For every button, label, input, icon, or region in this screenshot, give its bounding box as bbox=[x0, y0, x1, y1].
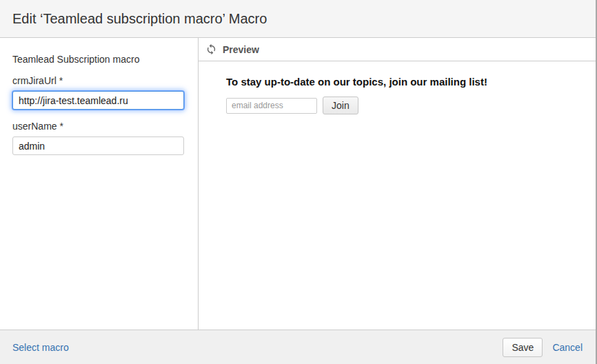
crmjiraurl-input[interactable] bbox=[12, 91, 184, 110]
select-macro-link[interactable]: Select macro bbox=[12, 342, 69, 353]
preview-content: To stay up-to-date on our topics, join o… bbox=[199, 61, 596, 114]
macro-name-label: Teamlead Subscription macro bbox=[12, 54, 185, 65]
username-label: userName * bbox=[12, 121, 185, 132]
macro-edit-dialog: Edit ‘Teamlead subscription macro’ Macro… bbox=[0, 0, 597, 364]
field-username: userName * bbox=[12, 121, 185, 155]
save-button[interactable]: Save bbox=[503, 338, 543, 357]
macro-params-panel: Teamlead Subscription macro crmJiraUrl *… bbox=[0, 38, 199, 330]
crmjiraurl-label: crmJiraUrl * bbox=[12, 75, 185, 86]
dialog-title: Edit ‘Teamlead subscription macro’ Macro bbox=[12, 11, 267, 27]
username-input[interactable] bbox=[12, 136, 184, 155]
cancel-link[interactable]: Cancel bbox=[552, 342, 583, 353]
email-address-input[interactable] bbox=[226, 98, 317, 114]
mailing-list-heading: To stay up-to-date on our topics, join o… bbox=[226, 76, 582, 88]
email-signup-row: Join bbox=[226, 97, 582, 114]
preview-header: Preview bbox=[199, 38, 596, 61]
refresh-icon[interactable] bbox=[205, 43, 217, 55]
dialog-header: Edit ‘Teamlead subscription macro’ Macro bbox=[0, 0, 596, 38]
preview-panel: Preview To stay up-to-date on our topics… bbox=[199, 38, 596, 330]
dialog-footer: Select macro Save Cancel bbox=[0, 330, 596, 364]
dialog-body: Teamlead Subscription macro crmJiraUrl *… bbox=[0, 38, 596, 330]
preview-title: Preview bbox=[223, 44, 259, 55]
join-button[interactable]: Join bbox=[323, 97, 358, 114]
field-crmjiraurl: crmJiraUrl * bbox=[12, 75, 185, 110]
footer-actions: Save Cancel bbox=[503, 338, 583, 357]
